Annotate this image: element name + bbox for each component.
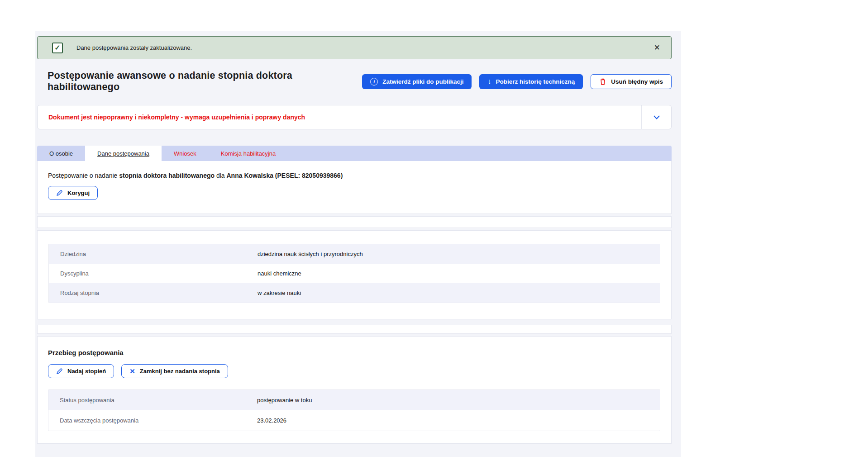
row-value: nauki chemiczne xyxy=(258,270,301,277)
tab-wniosek[interactable]: Wniosek xyxy=(162,146,209,161)
row-value: w zakresie nauki xyxy=(258,290,301,296)
checkbox-checked-icon[interactable]: ✓ xyxy=(52,43,63,53)
banner-message: Dane postępowania zostały zaktualizowane… xyxy=(76,44,192,51)
row-label: Rodzaj stopnia xyxy=(60,290,258,296)
tab-dane-postepowania[interactable]: Dane postępowania xyxy=(85,146,162,161)
page-header: Postępowanie awansowe o nadanie stopnia … xyxy=(37,70,672,93)
zamknij-bez-nadania-label: Zamknij bez nadania stopnia xyxy=(140,368,220,375)
validation-warning-text: Dokument jest niepoprawny i niekompletny… xyxy=(38,105,641,129)
empty-section-strip xyxy=(37,216,672,228)
table-row: Dyscyplina nauki chemiczne xyxy=(49,264,660,283)
pencil-icon xyxy=(56,368,63,375)
row-value: 23.02.2026 xyxy=(257,417,286,424)
empty-section-strip xyxy=(37,325,672,334)
progress-actions: Nadaj stopień ✕ Zamknij bez nadania stop… xyxy=(48,364,660,378)
progress-heading: Przebieg postępowania xyxy=(48,349,660,356)
nadaj-stopien-label: Nadaj stopień xyxy=(67,368,106,375)
procedure-summary-line: Postępowanie o nadanie stopnia doktora h… xyxy=(48,172,661,179)
progress-table: Status postępowania postępowanie w toku … xyxy=(48,389,660,431)
tab-komisja-habilitacyjna[interactable]: Komisja habilitacyjna xyxy=(209,146,288,161)
table-row: Status postępowania postępowanie w toku xyxy=(48,390,660,410)
warning-expand-toggle[interactable] xyxy=(641,105,671,129)
row-label: Data wszczęcia postępowania xyxy=(60,417,257,424)
validation-warning: Dokument jest niepoprawny i niekompletny… xyxy=(37,105,672,129)
x-icon: ✕ xyxy=(129,368,135,375)
progress-section: Przebieg postępowania Nadaj stopień ✕ Za… xyxy=(37,336,672,444)
row-label: Status postępowania xyxy=(60,397,257,404)
procedure-summary-card: Postępowanie o nadanie stopnia doktora h… xyxy=(37,161,672,214)
header-actions: i Zatwierdź pliki do publikacji ↓ Pobier… xyxy=(362,74,672,89)
koryguj-label: Koryguj xyxy=(67,190,90,196)
row-label: Dziedzina xyxy=(60,251,258,257)
table-row: Data wszczęcia postępowania 23.02.2026 xyxy=(48,410,660,431)
download-history-label: Pobierz historię techniczną xyxy=(496,78,575,85)
zamknij-bez-nadania-button[interactable]: ✕ Zamknij bez nadania stopnia xyxy=(121,364,228,378)
delete-entry-label: Usuń błędny wpis xyxy=(611,78,663,85)
table-row: Rodzaj stopnia w zakresie nauki xyxy=(49,283,660,303)
download-icon: ↓ xyxy=(487,78,491,85)
pencil-icon xyxy=(56,190,63,196)
download-history-button[interactable]: ↓ Pobierz historię techniczną xyxy=(479,74,583,89)
delete-entry-button[interactable]: Usuń błędny wpis xyxy=(591,74,672,89)
koryguj-button[interactable]: Koryguj xyxy=(48,186,98,200)
row-value: dziedzina nauk ścisłych i przyrodniczych xyxy=(258,251,363,257)
close-icon[interactable]: ✕ xyxy=(654,44,660,52)
page-title: Postępowanie awansowe o nadanie stopnia … xyxy=(48,70,362,93)
chevron-down-icon xyxy=(653,115,660,119)
summary-connector: dla xyxy=(215,172,226,179)
success-banner: ✓ Dane postępowania zostały zaktualizowa… xyxy=(37,36,672,59)
summary-degree: stopnia doktora habilitowanego xyxy=(119,172,215,179)
tab-bar: O osobie Dane postępowania Wniosek Komis… xyxy=(37,146,672,161)
trash-icon xyxy=(599,78,606,85)
page-content: ✓ Dane postępowania zostały zaktualizowa… xyxy=(35,31,681,457)
row-value: postępowanie w toku xyxy=(257,397,312,404)
tab-o-osobie[interactable]: O osobie xyxy=(37,146,85,161)
details-section: Dziedzina dziedzina nauk ścisłych i przy… xyxy=(37,230,672,319)
details-table: Dziedzina dziedzina nauk ścisłych i przy… xyxy=(48,244,660,303)
approve-files-button[interactable]: i Zatwierdź pliki do publikacji xyxy=(362,74,472,89)
info-icon: i xyxy=(370,78,378,85)
row-label: Dyscyplina xyxy=(60,270,258,277)
nadaj-stopien-button[interactable]: Nadaj stopień xyxy=(48,364,114,378)
summary-person-pesel: Anna Kowalska (PESEL: 82050939866) xyxy=(227,172,343,179)
summary-prefix: Postępowanie o nadanie xyxy=(48,172,119,179)
approve-files-label: Zatwierdź pliki do publikacji xyxy=(382,78,463,85)
table-row: Dziedzina dziedzina nauk ścisłych i przy… xyxy=(49,244,660,264)
